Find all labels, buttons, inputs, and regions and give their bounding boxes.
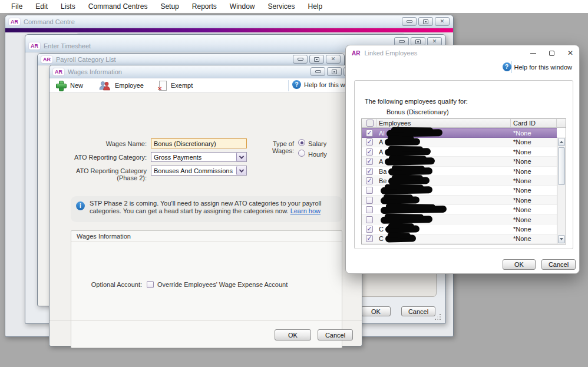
learn-how-link[interactable]: Learn how [290,207,321,214]
ok-button[interactable]: OK [503,259,536,270]
linked-employees-titlebar[interactable]: AR Linked Employees ✕ [346,45,579,61]
wages-information-title: Wages Information [68,68,122,75]
maximize-button[interactable] [327,67,342,76]
override-account-label: Override Employees' Wage Expense Account [157,281,288,288]
employee-checkbox[interactable] [366,226,373,233]
employee-table: Employees Card ID Al *None A *None A *No… [361,118,566,244]
minimize-icon [407,20,412,23]
minimize-icon[interactable] [530,53,536,54]
brand-gradient-bar [5,28,453,32]
hourly-label: Hourly [308,151,327,158]
redacted-name [381,196,419,204]
employee-name-fragment: C [379,235,384,242]
ok-button[interactable]: OK [275,329,311,340]
minimize-button[interactable] [310,67,325,76]
employee-checkbox[interactable] [366,168,373,175]
vertical-scrollbar[interactable] [557,137,566,244]
redacted-name [381,216,432,224]
menu-help[interactable]: Help [302,1,329,12]
employee-row[interactable]: Ba *None [362,167,557,176]
employee-checkbox[interactable] [366,206,373,213]
maximize-icon[interactable] [549,51,554,56]
wages-name-input[interactable]: Bonus (Discretionary) [151,138,247,148]
minimize-icon [298,58,303,61]
menu-command-centres[interactable]: Command Centres [82,1,154,12]
wages-footer: OK Cancel [49,320,362,346]
ok-button[interactable]: OK [361,306,391,316]
employee-checkbox[interactable] [366,177,373,184]
salary-radio[interactable] [298,139,305,146]
ato-category-label: ATO Reporting Category: [55,154,147,161]
maximize-icon [314,57,319,62]
close-icon[interactable]: ✕ [567,49,573,57]
toolbar-separator [288,80,289,91]
payroll-category-list-titlebar[interactable]: AR Payroll Category List ✕ [38,54,344,65]
employee-checkbox[interactable] [366,216,373,223]
close-button[interactable]: ✕ [435,17,450,26]
redacted-name [385,138,420,146]
new-button[interactable]: New [55,80,83,91]
wages-form-body: Wages Name: Bonus (Discretionary) ATO Re… [49,93,362,320]
employees-column-header[interactable]: Employees [376,119,511,127]
resize-grip[interactable] [434,313,441,320]
maximize-button[interactable] [309,55,324,64]
menu-file[interactable]: File [5,1,29,12]
info-icon: i [76,201,85,210]
employee-checkbox[interactable] [366,158,373,165]
help-link[interactable]: ? Help for this window [503,62,572,71]
exempt-button[interactable]: Exempt [159,81,193,91]
hourly-radio[interactable] [298,150,305,157]
cancel-button[interactable]: Cancel [318,329,353,340]
employee-label: Employee [115,82,144,89]
card-id-column-header[interactable]: Card ID [511,119,557,127]
maximize-button[interactable] [418,17,433,26]
scroll-down-button[interactable] [558,235,565,243]
employee-row[interactable]: A *None [362,157,557,166]
employee-card-id: *None [511,158,557,165]
command-centre-titlebar[interactable]: AR Command Centre ✕ [5,15,453,28]
close-icon: ✕ [331,57,336,62]
minimize-button[interactable] [402,17,417,26]
redacted-name [388,167,432,176]
redacted-name [385,235,416,243]
maximize-icon [415,39,421,44]
wages-information-titlebar[interactable]: AR Wages Information ✕ [49,65,362,78]
menu-edit[interactable]: Edit [29,1,54,12]
ar-logo-icon: AR [9,18,20,25]
scrollbar-thumb[interactable] [558,147,565,185]
employee-checkbox[interactable] [366,187,373,194]
menu-services[interactable]: Services [262,1,302,12]
override-account-checkbox[interactable] [147,281,154,288]
select-all-checkbox[interactable] [362,119,376,127]
employee-card-id: *None [511,168,557,175]
employee-checkbox[interactable] [366,197,373,204]
redacted-name [385,148,431,156]
menu-setup[interactable]: Setup [154,1,185,12]
minimize-button[interactable] [293,55,308,64]
employee-checkbox[interactable] [366,148,373,156]
redacted-name [381,206,447,214]
close-button[interactable]: ✕ [326,55,341,64]
employee-row[interactable]: C *None [362,234,557,244]
ato-category-phase2-select[interactable]: Bonuses And Commissions [151,166,247,176]
menu-window[interactable]: Window [223,1,262,12]
close-icon: ✕ [432,39,437,44]
cancel-button[interactable]: Cancel [401,306,435,316]
menu-reports[interactable]: Reports [186,1,223,12]
employee-card-id: *None [511,148,557,156]
employee-button[interactable]: Employee [98,81,144,91]
minimize-icon [399,40,405,43]
dropdown-button[interactable] [236,166,246,175]
employee-checkbox[interactable] [366,235,373,242]
employee-checkbox[interactable] [366,130,373,137]
dropdown-button[interactable] [236,153,246,161]
minimize-icon [315,70,321,73]
chevron-down-icon [239,154,244,158]
employee-checkbox[interactable] [366,138,373,146]
help-question-icon: ? [503,62,511,71]
scroll-up-icon [560,141,563,143]
ato-category-select[interactable]: Gross Payments [151,152,247,162]
cancel-button[interactable]: Cancel [541,259,576,270]
menu-lists[interactable]: Lists [54,1,82,12]
scroll-up-button[interactable] [558,138,565,146]
